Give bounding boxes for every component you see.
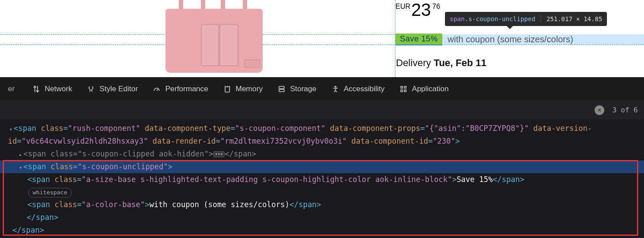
dom-node-close[interactable]: </span> (0, 224, 644, 237)
tab-accessibility[interactable]: Accessibility (331, 85, 385, 93)
tab-network[interactable]: Network (32, 85, 72, 93)
search-count: 3 of 6 (612, 104, 638, 116)
expand-toggle[interactable] (18, 148, 23, 160)
dom-node[interactable]: <span class="s-coupon-clipped aok-hidden… (0, 148, 644, 160)
dom-node-selected[interactable]: <span class="s-coupon-unclipped"> (0, 160, 644, 173)
tab-label: Memory (236, 85, 263, 93)
search-results-bar: ✕ 3 of 6 (0, 101, 644, 119)
price-cents: 76 (432, 3, 440, 11)
svg-rect-0 (225, 87, 230, 92)
accessibility-icon (331, 85, 339, 93)
tab-label: Accessibility (344, 85, 385, 93)
svg-rect-4 (401, 86, 403, 88)
tab-label: Performance (165, 85, 208, 93)
whitespace-badge: whitespace (28, 188, 72, 197)
close-search-button[interactable]: ✕ (595, 105, 604, 115)
delivery-info: Delivery Tue, Feb 11 (396, 57, 486, 69)
price-whole: 23 (411, 2, 431, 18)
dom-node[interactable]: <span class="a-size-base s-highlighted-t… (0, 173, 644, 186)
tab-label: Application (412, 85, 448, 93)
svg-rect-7 (404, 90, 406, 92)
svg-rect-1 (279, 86, 284, 89)
page-content: EUR 23 76 Save 15% with coupon (some siz… (0, 0, 644, 77)
dom-node[interactable]: <span class="rush-component" data-compon… (0, 122, 644, 135)
coupon-text: with coupon (some sizes/colors) (448, 34, 573, 45)
tooltip-class: .s-coupon-unclipped (465, 15, 535, 22)
network-icon (32, 85, 40, 93)
tab-performance[interactable]: Performance (153, 85, 208, 93)
save-badge[interactable]: Save 15% (395, 33, 442, 45)
tooltip-tagname: span (450, 15, 465, 22)
tab-storage[interactable]: Storage (278, 85, 316, 93)
performance-icon (153, 85, 161, 93)
application-icon (399, 85, 407, 93)
toolbar-tab-cut[interactable]: er (8, 85, 17, 93)
tab-label: Network (45, 85, 72, 93)
inspector-tooltip: span.s-coupon-unclipped 251.017 × 14.85 (445, 12, 607, 26)
style-editor-icon (87, 85, 95, 93)
devtools-inspector: ✕ 3 of 6 <span class="rush-component" da… (0, 101, 644, 238)
delivery-label: Delivery (396, 57, 434, 68)
svg-rect-6 (401, 90, 403, 92)
tooltip-dimensions: 251.017 × 14.85 (546, 15, 602, 22)
tab-label: Storage (290, 85, 316, 93)
svg-point-3 (335, 86, 336, 88)
dom-node-cont[interactable]: id="v6c64cvwlsyid2hldh28hsxay3" data-ren… (0, 135, 644, 148)
memory-icon (223, 85, 231, 93)
svg-rect-2 (279, 89, 284, 92)
tab-memory[interactable]: Memory (223, 85, 263, 93)
product-image[interactable] (106, 0, 322, 77)
devtools-toolbar: er Network Style Editor Performance Memo… (0, 77, 644, 101)
svg-rect-5 (404, 86, 406, 88)
expand-toggle[interactable] (18, 160, 23, 173)
currency-label: EUR (395, 3, 411, 11)
tab-label: Style Editor (99, 85, 138, 93)
delivery-date: Tue, Feb 11 (434, 57, 486, 68)
dom-node[interactable]: <span class="a-color-base">with coupon (… (0, 198, 644, 211)
bag-illustration (148, 0, 280, 77)
tab-style-editor[interactable]: Style Editor (87, 85, 138, 93)
dom-whitespace[interactable]: whitespace (0, 186, 644, 198)
ellipsis-icon[interactable]: ••• (213, 151, 225, 157)
tab-application[interactable]: Application (399, 85, 448, 93)
storage-icon (278, 85, 286, 93)
coupon-highlight-area: Save 15% with coupon (some sizes/colors) (395, 34, 644, 45)
expand-toggle[interactable] (8, 122, 14, 135)
dom-node-close[interactable]: </span> (0, 211, 644, 224)
dom-tree[interactable]: <span class="rush-component" data-compon… (0, 119, 644, 237)
price: EUR 23 76 (395, 2, 440, 18)
